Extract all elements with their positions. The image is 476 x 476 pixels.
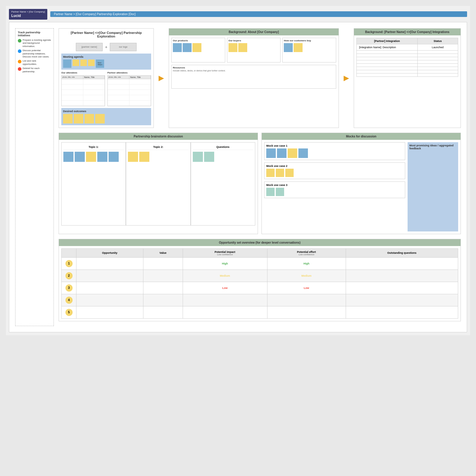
- br-sticky-7: [139, 152, 149, 162]
- brainstorm-col-3: Questions: [191, 142, 255, 226]
- brainstorm-panel-body: Topic 1: Topic 2:: [59, 140, 258, 228]
- p-cell-1: [108, 79, 129, 84]
- partnership-title: [Partner Name] <>[Our Company] Partnersh…: [59, 29, 154, 40]
- resources-label: Resources: [173, 66, 335, 69]
- bullet-green-icon: [18, 39, 21, 43]
- attendee-row-1: [62, 79, 105, 84]
- int-status-8: [417, 73, 458, 76]
- mock-case-2: Mock use case 2: [264, 162, 405, 179]
- opp-effort-3: [267, 294, 346, 306]
- partner-row-4: [108, 95, 151, 101]
- mock-case-2-title: Mock use case 2: [266, 165, 403, 167]
- partner-attendees-table: photo, title, role Name, Title: [107, 75, 151, 106]
- p-cell-6: [129, 90, 151, 95]
- opp-questions-3: [346, 294, 458, 306]
- number-circle-2: 3: [65, 284, 73, 292]
- int-status-7: [417, 70, 458, 73]
- opp-num-header: [62, 248, 76, 257]
- attendee-row-5: [62, 101, 105, 106]
- ab-sticky-5: [238, 43, 247, 52]
- our-attendees-label: Our attendees: [61, 71, 105, 74]
- brainstorm-stickies-2: [128, 152, 188, 162]
- opp-effort-4: [267, 306, 346, 318]
- int-status-3: [417, 57, 458, 60]
- plus-icon: +: [105, 45, 107, 49]
- opp-value-1: [143, 270, 183, 282]
- int-row-1: [357, 50, 458, 54]
- mk-sticky-9: [276, 188, 284, 196]
- mocks-right: Most promising ideas / aggregated feedba…: [408, 142, 458, 231]
- attendee-cell-1: [62, 79, 83, 84]
- opp-row-2: 3LowLow: [62, 282, 458, 294]
- opp-effort-header: Potential effort Low confidence: [267, 248, 346, 257]
- brainstorm-stickies-1: [63, 152, 124, 162]
- main-area: Track partnership initiatives Prepare a …: [9, 22, 467, 332]
- int-status-2: [417, 54, 458, 57]
- brainstorm-col-2: Topic 2:: [126, 142, 190, 226]
- mocks-panel: Mocks for discussion Mock use case 1: [262, 133, 461, 234]
- about-col-2-title: Our buyers: [228, 39, 279, 42]
- about-panel: Background: About [Our Company] Our prod…: [169, 28, 339, 128]
- br-sticky-6: [128, 152, 138, 162]
- int-integration-4: [357, 60, 418, 63]
- p-cell-3: [108, 84, 129, 90]
- resources-box: Resources Include videos, decks, or demo…: [171, 65, 336, 89]
- sidebar-item-1: Prepare a meeting agenda and background …: [18, 39, 51, 48]
- left-sidebar: Track partnership initiatives Prepare a …: [15, 28, 54, 326]
- int-status-6: [417, 67, 458, 70]
- desired-stickies: [63, 114, 149, 123]
- opp-opportunity-header: Opportunity: [76, 248, 143, 257]
- brainstorm-col-1-title: Topic 1:: [63, 144, 124, 150]
- sidebar-item-2: Discuss potential partnership initiative…: [18, 49, 51, 58]
- opp-opportunity-4: [76, 306, 143, 318]
- section-row-1: [Partner Name] <>[Our Company] Partnersh…: [59, 28, 461, 128]
- opp-impact-1: Medium: [183, 270, 267, 282]
- mock-stickies-1: [266, 148, 403, 158]
- logo-lucid: Lucid: [11, 13, 45, 18]
- int-col1-header: [Partner] Integration: [357, 38, 418, 44]
- int-header-row: [Partner] Integration Status: [357, 38, 458, 44]
- attendee-header: photo, title, role Name, Title: [62, 76, 105, 79]
- int-status-4: [417, 60, 458, 63]
- logo-box: Partner Name > [Our Company] Lucid: [9, 9, 47, 20]
- about-col-1: Our products: [171, 38, 225, 62]
- br-sticky-2: [75, 152, 85, 162]
- int-status-1: [417, 50, 458, 54]
- opp-questions-1: [346, 270, 458, 282]
- attendee-cell-4: [83, 84, 105, 90]
- p-cell-10: [129, 101, 151, 106]
- attendee-row-3: [62, 90, 105, 95]
- opportunity-table: Opportunity Value Potential impact Low c…: [61, 248, 458, 319]
- br-sticky-3: [86, 152, 96, 162]
- mk-sticky-6: [276, 169, 284, 177]
- opp-value-4: [143, 306, 183, 318]
- opp-opportunity-2: [76, 282, 143, 294]
- sticky-yellow-1: [73, 60, 79, 66]
- mk-sticky-1: [266, 148, 276, 158]
- mocks-panel-header: Mocks for discussion: [262, 133, 461, 140]
- brainstorm-col-3-title: Questions: [193, 144, 253, 150]
- attendee-cell-6: [83, 90, 105, 95]
- sidebar-text-1: Prepare a meeting agenda and background …: [23, 39, 51, 48]
- sidebar-title: Track partnership initiatives: [18, 31, 51, 37]
- resources-sub: Include videos, decks, or demos that giv…: [173, 70, 335, 72]
- p-cell-5: [108, 90, 129, 95]
- brainstorm-panel-header: Partnership brainstorm discussion: [59, 133, 258, 140]
- number-circle-3: 4: [65, 297, 73, 304]
- int-integration-1: [357, 50, 418, 54]
- p-cell-4: [129, 84, 151, 90]
- bullet-orange-icon: [18, 60, 21, 63]
- partner-attendees-col: Partner attendees photo, title, role Nam…: [107, 71, 151, 106]
- opp-effort-2: Low: [267, 282, 346, 294]
- section-row-2: Partnership brainstorm discussion Topic …: [59, 133, 461, 234]
- agenda-label: Meeting agenda: [63, 55, 149, 58]
- partner-attendees-label: Partner attendees: [107, 71, 151, 74]
- p-cell-9: [108, 101, 129, 106]
- opp-impact-header: Potential impact Low confidence: [183, 248, 267, 257]
- mock-case-3-title: Mock use case 3: [266, 184, 403, 187]
- arrow-right-1: ▶: [159, 28, 164, 128]
- br-sticky-1: [63, 152, 73, 162]
- opp-row-4: 5: [62, 306, 458, 318]
- br-sticky-5: [109, 152, 119, 162]
- number-circle-0: 1: [65, 260, 73, 267]
